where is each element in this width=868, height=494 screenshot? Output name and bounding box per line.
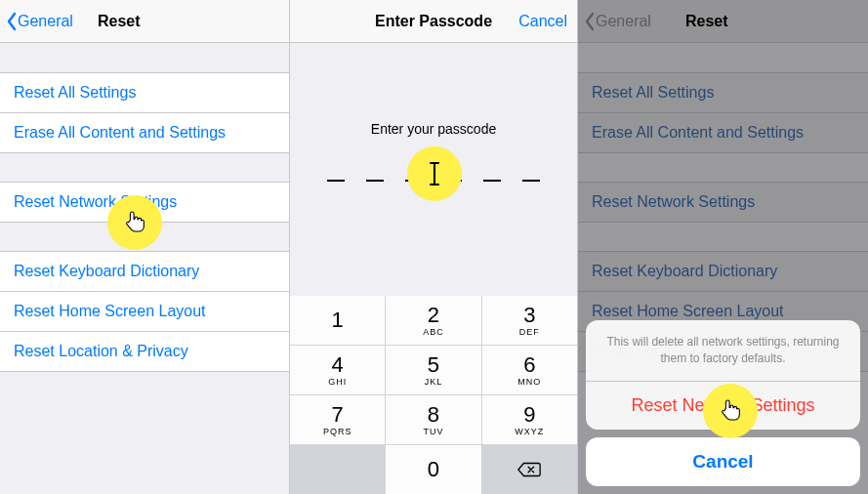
nav-title: Reset bbox=[98, 13, 141, 30]
passcode-digit bbox=[444, 180, 462, 182]
chevron-left-icon bbox=[6, 12, 18, 31]
settings-reset-screen-with-sheet: General Reset Reset All Settings Erase A… bbox=[578, 0, 868, 494]
key-4[interactable]: 4GHI bbox=[290, 346, 385, 394]
passcode-field[interactable] bbox=[290, 172, 577, 182]
key-7[interactable]: 7PQRS bbox=[290, 395, 385, 444]
passcode-digit bbox=[522, 180, 540, 182]
key-6[interactable]: 6MNO bbox=[482, 346, 577, 394]
enter-passcode-screen: Enter Passcode Cancel Enter your passcod… bbox=[290, 0, 578, 494]
key-9[interactable]: 9WXYZ bbox=[482, 395, 577, 444]
key-0[interactable]: 0 bbox=[386, 445, 480, 494]
passcode-digit bbox=[405, 180, 423, 182]
nav-bar: General Reset bbox=[0, 0, 289, 43]
key-8[interactable]: 8TUV bbox=[386, 395, 480, 444]
key-2[interactable]: 2ABC bbox=[386, 296, 480, 345]
back-button[interactable]: General bbox=[0, 12, 73, 31]
backspace-icon bbox=[517, 461, 542, 478]
cell-reset-home-screen-layout[interactable]: Reset Home Screen Layout bbox=[0, 291, 289, 332]
cell-reset-all-settings[interactable]: Reset All Settings bbox=[0, 72, 289, 113]
nav-title: Enter Passcode bbox=[375, 13, 492, 30]
key-backspace[interactable] bbox=[482, 445, 577, 494]
action-sheet: This will delete all network settings, r… bbox=[586, 320, 860, 486]
sheet-reset-network-settings[interactable]: Reset Network Settings bbox=[586, 382, 860, 430]
key-blank bbox=[290, 445, 385, 494]
key-1[interactable]: 1 bbox=[290, 296, 385, 345]
cancel-button[interactable]: Cancel bbox=[518, 13, 567, 30]
back-label: General bbox=[18, 13, 73, 30]
passcode-prompt: Enter your passcode bbox=[290, 121, 577, 137]
key-5[interactable]: 5JKL bbox=[386, 346, 480, 394]
cell-reset-keyboard-dictionary[interactable]: Reset Keyboard Dictionary bbox=[0, 251, 289, 292]
passcode-digit bbox=[327, 180, 345, 182]
cell-erase-all-content[interactable]: Erase All Content and Settings bbox=[0, 112, 289, 153]
settings-reset-screen: General Reset Reset All Settings Erase A… bbox=[0, 0, 290, 494]
sheet-message: This will delete all network settings, r… bbox=[586, 320, 860, 381]
cell-reset-location-privacy[interactable]: Reset Location & Privacy bbox=[0, 331, 289, 372]
numeric-keypad: 1 2ABC 3DEF 4GHI 5JKL 6MNO 7PQRS 8TUV 9W… bbox=[290, 296, 577, 494]
key-3[interactable]: 3DEF bbox=[482, 296, 577, 345]
passcode-digit bbox=[483, 180, 501, 182]
sheet-cancel-button[interactable]: Cancel bbox=[586, 437, 860, 486]
cell-reset-network-settings[interactable]: Reset Network Settings bbox=[0, 182, 289, 223]
nav-bar: Enter Passcode Cancel bbox=[290, 0, 577, 43]
passcode-digit bbox=[366, 180, 384, 182]
